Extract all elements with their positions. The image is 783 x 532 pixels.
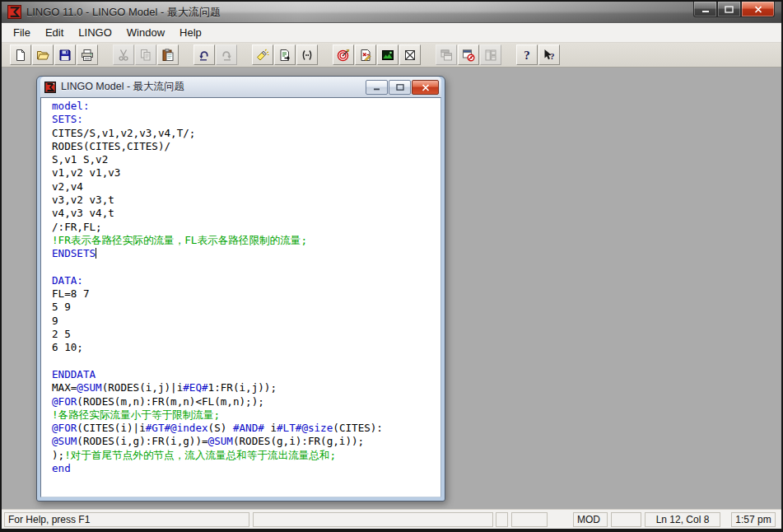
clipboard-paste-icon xyxy=(161,49,175,62)
code-line: /:FR,FL; xyxy=(52,221,440,234)
code-area: model:SETS:CITES/S,v1,v2,v3,v4,T/;RODES(… xyxy=(41,98,440,475)
cut-button xyxy=(113,44,134,65)
lingo-sigma-icon xyxy=(7,5,21,19)
code-line: FL=8 7 xyxy=(52,287,440,301)
new-button[interactable] xyxy=(10,44,31,65)
toolbar-group xyxy=(333,44,422,65)
copy-button xyxy=(135,44,156,65)
svg-text:?: ? xyxy=(550,50,555,60)
main-titlebar[interactable]: LINGO 11.0 - LINGO Model - 最大流问题 xyxy=(2,2,781,23)
new-file-icon xyxy=(14,49,27,62)
model-close-button[interactable] xyxy=(412,80,439,95)
code-line: CITES/S,v1,v2,v3,v4,T/; xyxy=(52,127,440,140)
lingo-model-icon xyxy=(44,81,57,94)
cascade-windows-button xyxy=(436,44,457,65)
save-floppy-icon xyxy=(58,49,72,62)
scissors-icon xyxy=(117,49,130,62)
find-button[interactable] xyxy=(252,44,273,65)
flashlight-icon xyxy=(256,49,269,62)
svg-text:?: ? xyxy=(524,49,530,62)
save-button[interactable] xyxy=(54,44,76,65)
model-window: LINGO Model - 最大流问题 model:SETS:CITES/S,v… xyxy=(36,76,445,502)
bullseye-icon xyxy=(337,49,350,62)
code-line: !FR表示各路径实际的流量，FL表示各路径限制的流量; xyxy=(52,234,440,247)
code-line: MAX=@SUM(RODES(i,j)|i#EQ#1:FR(i,j)); xyxy=(52,381,440,394)
debug-button[interactable] xyxy=(399,44,421,65)
status-panel xyxy=(496,512,508,527)
code-line: v4,v3 v4,t xyxy=(52,207,440,220)
code-line: ENDDATA xyxy=(52,368,440,381)
picture-button[interactable] xyxy=(377,44,398,65)
toolbar-group xyxy=(193,44,238,65)
code-line: S,v1 S,v2 xyxy=(52,153,440,166)
help-button[interactable]: ? xyxy=(516,44,538,65)
undo-arrow-icon xyxy=(198,49,211,62)
model-minimize-button[interactable] xyxy=(366,80,388,95)
help-question-icon: ? xyxy=(520,49,534,62)
menu-window[interactable]: Window xyxy=(119,23,172,42)
code-line: SETS: xyxy=(52,113,440,126)
status-mode-indicator: MOD xyxy=(573,512,608,527)
window-controls xyxy=(693,2,775,17)
code-line: ENDSETS xyxy=(52,247,440,260)
window-title: LINGO 11.0 - LINGO Model - 最大流问题 xyxy=(26,5,221,20)
lingo-main-window: LINGO 11.0 - LINGO Model - 最大流问题 FileEdi… xyxy=(0,0,783,532)
close-windows-icon xyxy=(462,49,475,62)
code-line: RODES(CITES,CITES)/ xyxy=(52,140,440,153)
code-line: end xyxy=(52,462,440,475)
close-button[interactable] xyxy=(741,2,775,17)
undo-button[interactable] xyxy=(193,44,215,65)
solution-button[interactable] xyxy=(355,44,376,65)
model-window-titlebar[interactable]: LINGO Model - 最大流问题 xyxy=(40,77,441,97)
redo-button xyxy=(216,44,237,65)
status-panel xyxy=(253,512,493,527)
menu-edit[interactable]: Edit xyxy=(38,23,71,42)
toolbar: ?? xyxy=(2,43,781,68)
code-line: 9 xyxy=(52,315,440,328)
minimize-button[interactable] xyxy=(693,2,717,17)
model-maximize-button[interactable] xyxy=(389,80,411,95)
goto-line-button[interactable] xyxy=(274,44,296,65)
close-all-windows-button[interactable] xyxy=(458,44,479,65)
tile-windows-icon xyxy=(484,49,497,62)
status-help-message: For Help, press F1 xyxy=(4,512,249,527)
status-clock: 1:57 pm xyxy=(731,512,776,527)
paste-button[interactable] xyxy=(157,44,179,65)
code-line: v1,v2 v1,v3 xyxy=(52,166,440,180)
code-line: model: xyxy=(52,100,440,113)
toolbar-group xyxy=(10,44,99,65)
mdi-area: LINGO Model - 最大流问题 model:SETS:CITES/S,v… xyxy=(2,68,781,509)
cascade-windows-icon xyxy=(440,49,453,62)
code-editor[interactable]: model:SETS:CITES/S,v1,v2,v3,v4,T/;RODES(… xyxy=(40,97,441,497)
menu-file[interactable]: File xyxy=(6,23,38,42)
code-line: );!对于首尾节点外的节点，流入流量总和等于流出流量总和; xyxy=(52,449,440,462)
menu-help[interactable]: Help xyxy=(172,23,209,42)
text-caret xyxy=(96,248,96,259)
match-paren-button[interactable] xyxy=(296,44,318,65)
model-window-title: LINGO Model - 最大流问题 xyxy=(61,80,184,94)
redo-arrow-icon xyxy=(220,49,233,62)
tile-windows-button xyxy=(480,44,501,65)
model-window-controls xyxy=(365,80,439,95)
maximize-button[interactable] xyxy=(717,2,741,17)
context-help-button[interactable]: ? xyxy=(538,44,560,65)
menu-lingo[interactable]: LINGO xyxy=(71,23,119,42)
print-button[interactable] xyxy=(77,44,98,65)
goto-page-icon xyxy=(278,49,291,62)
toolbar-group xyxy=(252,44,319,65)
context-help-icon: ? xyxy=(543,49,556,62)
open-button[interactable] xyxy=(32,44,54,65)
menu-bar: FileEditLINGOWindowHelp xyxy=(2,23,781,43)
code-line: @FOR(CITES(i)|i#GT#@index(S) #AND# i#LT#… xyxy=(52,422,440,435)
code-line xyxy=(52,355,440,368)
code-line: @FOR(RODES(m,n):FR(m,n)<FL(m,n);); xyxy=(52,395,440,408)
solve-button[interactable] xyxy=(333,44,354,65)
code-line: !各路径实际流量小于等于限制流量; xyxy=(52,408,440,422)
toolbar-group xyxy=(113,44,179,65)
toolbar-group: ?? xyxy=(516,44,561,65)
code-line: DATA: xyxy=(52,274,440,287)
status-panel xyxy=(611,512,641,527)
code-line: @SUM(RODES(i,g):FR(i,g))=@SUM(RODES(g,i)… xyxy=(52,435,440,448)
code-line: v3,v2 v3,t xyxy=(52,194,440,207)
open-folder-icon xyxy=(36,49,49,62)
